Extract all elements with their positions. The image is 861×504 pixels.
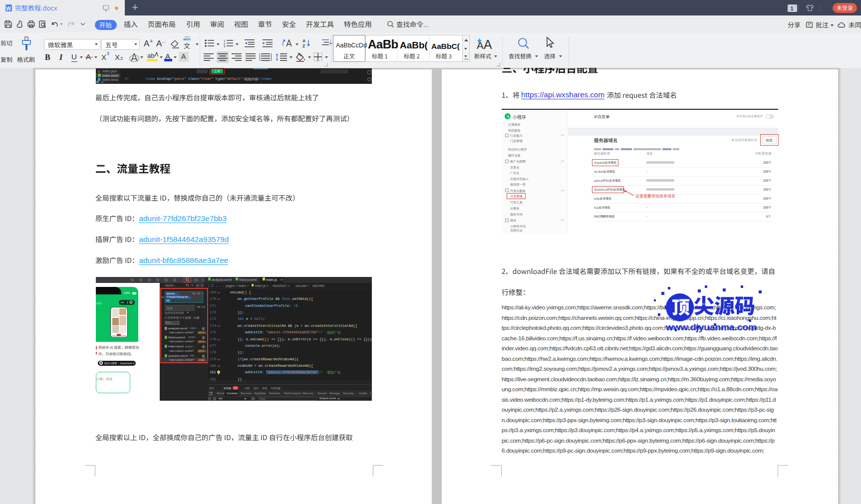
svg-text:3: 3 xyxy=(224,45,226,47)
svg-text:1: 1 xyxy=(203,336,204,339)
svg-text:A: A xyxy=(484,37,492,50)
svg-text:Z: Z xyxy=(302,43,305,48)
svg-text:1: 1 xyxy=(203,327,204,330)
svg-text:1: 1 xyxy=(203,345,204,348)
svg-text:1: 1 xyxy=(203,354,204,357)
svg-text:A: A xyxy=(302,38,305,43)
